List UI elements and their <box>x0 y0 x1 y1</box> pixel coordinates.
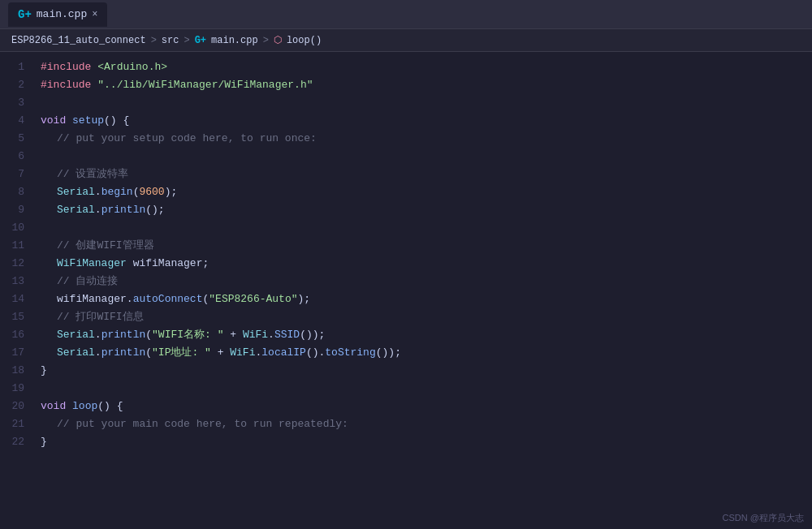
code-line-6 <box>37 148 812 166</box>
code-line-17: Serial . println ( "IP地址: " + WiFi . loc… <box>37 344 812 362</box>
ln-16: 16 <box>5 326 24 344</box>
breadcrumb-function[interactable]: loop() <box>287 35 322 46</box>
breadcrumb-src[interactable]: src <box>162 35 179 46</box>
code-line-5: // put your setup code here, to run once… <box>37 130 812 148</box>
token-include-1: #include <box>41 58 91 76</box>
code-line-14: wifiManager . autoConnect ( "ESP8266-Aut… <box>37 290 812 308</box>
token-brace-close-1: } <box>41 362 47 380</box>
code-line-3 <box>37 94 812 112</box>
code-line-1: #include <Arduino.h> <box>37 58 812 76</box>
code-line-18: } <box>37 362 812 380</box>
ln-17: 17 <box>5 344 24 362</box>
ln-21: 21 <box>5 415 24 433</box>
breadcrumb-sep-3: > <box>263 35 269 46</box>
token-println-2: println <box>102 326 146 344</box>
token-loop-fn: loop <box>72 398 97 415</box>
ln-22: 22 <box>5 433 24 451</box>
ln-9: 9 <box>5 201 24 219</box>
token-serial-2: Serial <box>57 201 95 219</box>
token-header-2: "../lib/WiFiManager/WiFiManager.h" <box>97 76 313 94</box>
token-begin: begin <box>102 183 133 201</box>
token-wifimanager-class: WiFiManager <box>57 255 127 273</box>
code-line-13: // 自动连接 <box>37 273 812 290</box>
ln-1: 1 <box>5 58 24 76</box>
ln-11: 11 <box>5 237 24 255</box>
tab-label: main.cpp <box>37 8 87 20</box>
ln-10: 10 <box>5 219 24 237</box>
token-comment-2: // 设置波特率 <box>57 166 128 183</box>
code-line-22: } <box>37 433 812 451</box>
line-numbers: 1 2 3 4 5 6 7 8 9 10 11 12 13 14 15 16 1… <box>0 52 34 529</box>
token-localip: localIP <box>261 344 306 362</box>
tab-file-icon: G+ <box>18 8 32 21</box>
ln-13: 13 <box>5 273 24 290</box>
ln-19: 19 <box>5 380 24 398</box>
token-brace-close-2: } <box>41 433 47 451</box>
code-line-21: // put your main code here, to run repea… <box>37 415 812 433</box>
breadcrumb: ESP8266_11_auto_connect > src > G+ main.… <box>0 29 812 52</box>
ln-8: 8 <box>5 183 24 201</box>
ln-18: 18 <box>5 362 24 380</box>
ln-14: 14 <box>5 290 24 308</box>
token-str-ssid-label: "WIFI名称: " <box>152 326 223 344</box>
token-serial-1: Serial <box>57 183 95 201</box>
token-comment-6: // put your main code here, to run repea… <box>57 415 348 433</box>
code-line-10 <box>37 219 812 237</box>
code-line-4: void setup () { <box>37 112 812 130</box>
token-void-2: void <box>41 398 66 415</box>
token-comment-4: // 自动连接 <box>57 273 118 290</box>
code-line-11: // 创建WIFI管理器 <box>37 237 812 255</box>
token-setup-fn: setup <box>72 112 104 130</box>
ln-7: 7 <box>5 166 24 183</box>
token-include-2: #include <box>41 76 91 94</box>
token-serial-3: Serial <box>57 326 95 344</box>
ln-3: 3 <box>5 94 24 112</box>
code-line-12: WiFiManager wifiManager ; <box>37 255 812 273</box>
token-comment-3: // 创建WIFI管理器 <box>57 237 154 255</box>
breadcrumb-sep-2: > <box>184 35 189 46</box>
breadcrumb-project[interactable]: ESP8266_11_auto_connect <box>11 35 146 46</box>
token-println-1: println <box>102 201 146 219</box>
token-serial-4: Serial <box>57 344 95 362</box>
token-autoconnect: autoConnect <box>133 290 203 308</box>
title-bar: G+ main.cpp × <box>0 0 812 29</box>
breadcrumb-gplus-icon: G+ <box>195 35 206 46</box>
breadcrumb-file[interactable]: main.cpp <box>211 35 258 46</box>
token-9600: 9600 <box>139 183 164 201</box>
ln-5: 5 <box>5 130 24 148</box>
token-header-1: <Arduino.h> <box>97 58 167 76</box>
tab-main-cpp[interactable]: G+ main.cpp × <box>8 2 107 27</box>
code-line-15: // 打印WIFI信息 <box>37 308 812 326</box>
ln-15: 15 <box>5 308 24 326</box>
code-line-9: Serial . println (); <box>37 201 812 219</box>
code-line-19 <box>37 380 812 398</box>
ln-4: 4 <box>5 112 24 130</box>
token-println-3: println <box>102 344 146 362</box>
token-str-esp: "ESP8266-Auto" <box>209 290 297 308</box>
breadcrumb-sep-1: > <box>151 35 157 46</box>
tab-close-button[interactable]: × <box>92 9 97 20</box>
ln-20: 20 <box>5 398 24 415</box>
token-wifi-2: WiFi <box>230 344 255 362</box>
code-line-8: Serial . begin ( 9600 ); <box>37 183 812 201</box>
code-lines[interactable]: #include <Arduino.h> #include "../lib/Wi… <box>34 52 812 529</box>
token-comment-1: // put your setup code here, to run once… <box>57 130 317 148</box>
token-wifi-1: WiFi <box>243 326 268 344</box>
breadcrumb-func-icon: ⬡ <box>274 34 282 46</box>
code-editor: 1 2 3 4 5 6 7 8 9 10 11 12 13 14 15 16 1… <box>0 52 812 529</box>
token-wifimanager-var: wifiManager <box>133 255 203 273</box>
code-line-16: Serial . println ( "WIFI名称: " + WiFi . S… <box>37 326 812 344</box>
watermark: CSDN @程序员大志 <box>723 512 804 524</box>
token-void-1: void <box>41 112 66 130</box>
code-line-2: #include "../lib/WiFiManager/WiFiManager… <box>37 76 812 94</box>
token-ssid: SSID <box>274 326 300 344</box>
ln-12: 12 <box>5 255 24 273</box>
token-tostring: toString <box>325 344 375 362</box>
ln-2: 2 <box>5 76 24 94</box>
token-wifimanager-var-2: wifiManager <box>57 290 127 308</box>
ln-6: 6 <box>5 148 24 166</box>
token-str-ip-label: "IP地址: " <box>152 344 211 362</box>
code-line-7: // 设置波特率 <box>37 166 812 183</box>
code-line-20: void loop () { <box>37 398 812 415</box>
token-comment-5: // 打印WIFI信息 <box>57 308 144 326</box>
